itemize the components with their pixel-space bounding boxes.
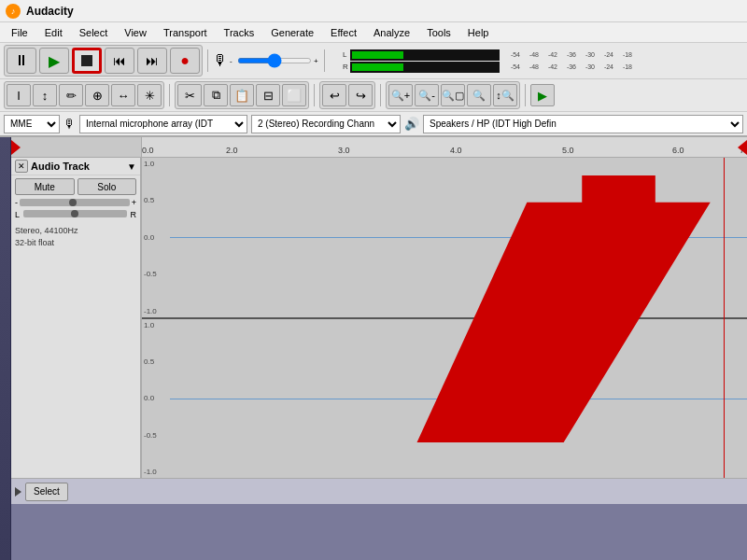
transport-toolbar: ⏸ ▶ ⏮ ⏭ ● 🎙 - + [0,43,747,78]
menu-view[interactable]: View [117,25,154,40]
select-button[interactable]: Select [25,483,68,501]
ruler-mark-3: 3.0 [338,146,350,155]
track-channel-1: 1.0 0.5 0.0 -0.5 -1.0 [142,158,747,319]
zoom-out-button[interactable]: 🔍- [415,84,439,106]
right-panel: 0.0 2.0 3.0 4.0 5.0 6.0 7.0 ✕ Audio Trac… [11,137,747,560]
track-waveform-area: 1.0 0.5 0.0 -0.5 -1.0 1.0 0.5 [142,158,747,478]
ruler-mark-6: 6.0 [672,146,684,155]
input-device-dropdown[interactable]: Internal microphone array (IDT [79,115,247,133]
speaker-icon: 🔊 [404,117,419,131]
pan-left-label: L [15,210,20,219]
track-close-button[interactable]: ✕ [15,160,28,173]
left-gutter [0,137,11,560]
gain-row: - + [15,198,136,207]
menu-file[interactable]: File [4,25,35,40]
ch1-scale: 1.0 0.5 0.0 -0.5 -1.0 [142,158,170,317]
ruler-track-space [11,137,142,157]
playhead-line [724,158,725,478]
selection-tool[interactable]: I [7,84,31,106]
track-header: ✕ Audio Track ▼ Mute Solo - [11,158,142,478]
play-button[interactable]: ▶ [39,48,69,74]
play-at-cursor-button[interactable]: ▶ [530,84,555,106]
tools-toolbar: I ↕ ✏ ⊕ ↔ ✳ ✂ ⧉ 📋 ⊟ ⬜ ↩ ↪ [0,78,747,111]
right-boundary [738,140,747,155]
zoom-tool[interactable]: ⊕ [85,84,109,106]
menu-generate[interactable]: Generate [263,25,321,40]
menu-edit[interactable]: Edit [37,25,70,40]
track-controls: Mute Solo - + L [11,175,140,222]
status-left: Select [15,483,68,501]
envelope-tool[interactable]: ↕ [33,84,57,106]
menu-effect[interactable]: Effect [323,25,364,40]
device-toolbar: MME 🎙 Internal microphone array (IDT 2 (… [0,111,747,135]
ruler-mark-0: 0.0 [142,146,154,155]
channels-dropdown[interactable]: 2 (Stereo) Recording Chann [251,115,401,133]
menu-transport[interactable]: Transport [156,25,215,40]
gain-minus: - [15,198,18,207]
mute-button[interactable]: Mute [15,178,75,195]
ch1-center-line [170,237,747,238]
skip-start-button[interactable]: ⏮ [105,48,134,74]
separator-5 [380,84,381,106]
record-button[interactable]: ● [170,48,200,74]
solo-button[interactable]: Solo [78,178,137,195]
left-boundary [11,140,21,155]
pan-thumb [71,210,78,217]
bottom-area [11,504,747,560]
separator-1 [207,49,208,72]
silence-button[interactable]: ⬜ [282,84,306,106]
ruler-numbers: 0.0 2.0 3.0 4.0 5.0 6.0 7.0 [142,137,747,157]
stop-button[interactable] [72,48,102,74]
zoom-in-button[interactable]: 🔍+ [388,84,413,106]
multi-tool[interactable]: ✳ [137,84,162,106]
skip-end-button[interactable]: ⏭ [137,48,167,74]
app-icon: ♪ [6,4,21,19]
mic-icon-2: 🎙 [63,117,76,131]
zoom-selection-button[interactable]: 🔍▢ [441,84,465,106]
gain-thumb [69,199,77,206]
pan-right-label: R [131,210,137,219]
app-title: Audacity [26,5,74,18]
title-bar: ♪ Audacity [0,0,747,22]
zoom-toggle-button[interactable]: ↕🔍 [493,84,517,106]
menu-select[interactable]: Select [72,25,116,40]
gain-plus: + [132,198,136,207]
ruler-mark-4: 4.0 [450,146,462,155]
status-arrow-icon [15,487,21,497]
undo-button[interactable]: ↩ [322,84,346,106]
ch2-scale: 1.0 0.5 0.0 -0.5 -1.0 [142,319,170,479]
ruler-mark-5: 5.0 [562,146,574,155]
separator-2 [324,49,325,72]
separator-3 [169,84,170,106]
track-name: Audio Track [31,161,127,172]
mic-icon: 🎙 [213,52,228,69]
status-bar: Select [11,478,747,504]
pan-lr-labels: L R [15,210,136,219]
menu-help[interactable]: Help [460,25,497,40]
menu-analyze[interactable]: Analyze [366,25,417,40]
pause-button[interactable]: ⏸ [7,48,36,74]
host-dropdown[interactable]: MME [4,115,60,133]
tracks-container: ✕ Audio Track ▼ Mute Solo - [11,158,747,478]
input-gain-slider[interactable] [237,58,312,63]
redo-button[interactable]: ↪ [348,84,373,106]
draw-tool[interactable]: ✏ [59,84,83,106]
app-window: ♪ Audacity File Edit Select View Transpo… [0,0,747,560]
zoom-fit-button[interactable]: 🔍 [467,84,491,106]
copy-button[interactable]: ⧉ [204,84,228,106]
menu-tools[interactable]: Tools [419,25,458,40]
track-channel-2: 1.0 0.5 0.0 -0.5 -1.0 [142,319,747,479]
timeline-ruler: 0.0 2.0 3.0 4.0 5.0 6.0 7.0 [11,137,747,158]
mute-solo-row: Mute Solo [15,178,136,195]
paste-button[interactable]: 📋 [230,84,254,106]
menu-tracks[interactable]: Tracks [217,25,262,40]
track-info: Stereo, 44100Hz 32-bit float [11,222,140,251]
output-device-dropdown[interactable]: Speakers / HP (IDT High Defin [423,115,743,133]
cut-button[interactable]: ✂ [177,84,202,106]
trim-button[interactable]: ⊟ [256,84,280,106]
content-area: 0.0 2.0 3.0 4.0 5.0 6.0 7.0 ✕ Audio Trac… [0,137,747,560]
ruler-mark-2: 2.0 [226,146,238,155]
timeshift-tool[interactable]: ↔ [111,84,135,106]
separator-4 [314,84,315,106]
track-dropdown-arrow[interactable]: ▼ [127,161,136,172]
